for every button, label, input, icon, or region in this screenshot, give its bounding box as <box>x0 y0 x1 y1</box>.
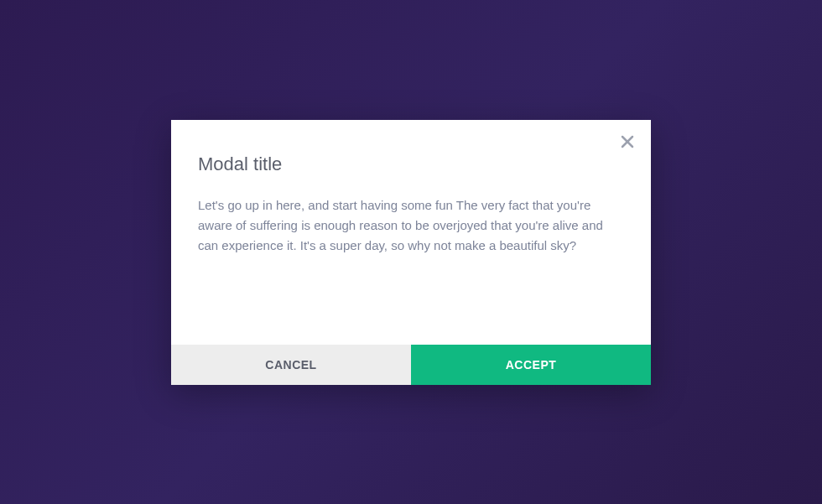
modal-dialog: Modal title Let's go up in here, and sta… <box>171 120 651 385</box>
modal-body-text: Let's go up in here, and start having so… <box>198 195 624 256</box>
modal-title: Modal title <box>198 153 624 175</box>
modal-content: Modal title Let's go up in here, and sta… <box>171 120 651 345</box>
close-icon <box>621 135 634 152</box>
modal-actions: CANCEL ACCEPT <box>171 345 651 385</box>
close-button[interactable] <box>619 135 636 152</box>
cancel-button[interactable]: CANCEL <box>171 345 411 385</box>
accept-button[interactable]: ACCEPT <box>411 345 651 385</box>
